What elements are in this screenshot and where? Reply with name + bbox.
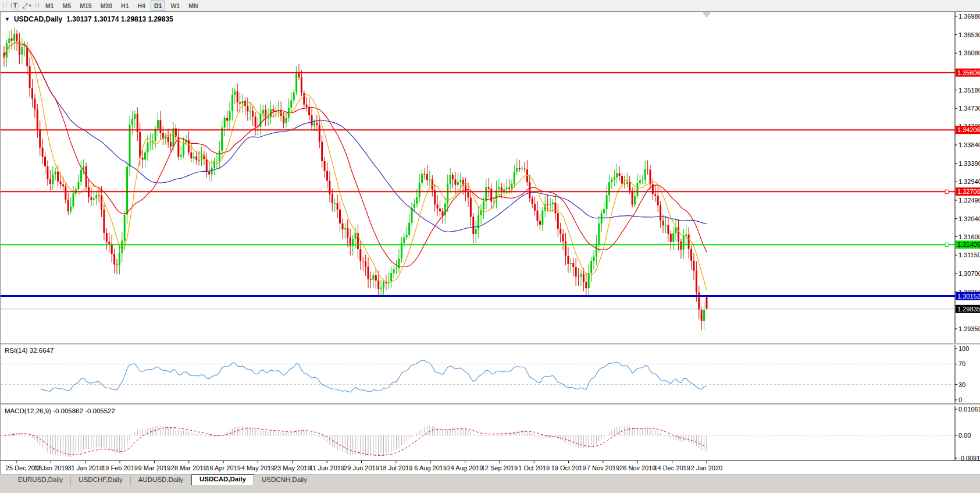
rsi-line bbox=[40, 360, 707, 392]
svg-text:1.31150: 1.31150 bbox=[958, 251, 980, 258]
timeframe-button-h4[interactable]: H4 bbox=[134, 1, 149, 10]
timeframe-button-h1[interactable]: H1 bbox=[117, 1, 132, 10]
svg-text:1.29835: 1.29835 bbox=[957, 306, 980, 313]
svg-text:1.35606: 1.35606 bbox=[957, 69, 980, 76]
timeframe-button-mn[interactable]: MN bbox=[185, 1, 201, 10]
svg-text:1.34730: 1.34730 bbox=[958, 105, 980, 112]
timeframe-button-m1[interactable]: M1 bbox=[42, 1, 58, 10]
moving-averages-layer bbox=[4, 42, 707, 290]
tab-eurusd-daily[interactable]: EURUSD,Daily bbox=[10, 476, 71, 485]
svg-text:12 Jan 2019: 12 Jan 2019 bbox=[33, 464, 69, 471]
svg-text:100: 100 bbox=[958, 345, 969, 352]
rsi-indicator-label: RSI(14) 32.6647 bbox=[5, 347, 54, 354]
svg-text:1.29350: 1.29350 bbox=[958, 325, 980, 332]
svg-text:16 Apr 2019: 16 Apr 2019 bbox=[206, 464, 240, 471]
svg-text:1.31600: 1.31600 bbox=[958, 233, 980, 240]
date-axis-ticks: 25 Dec 201812 Jan 201931 Jan 201919 Feb … bbox=[1, 461, 980, 474]
svg-text:1 Oct 2019: 1 Oct 2019 bbox=[518, 464, 550, 471]
mt4-terminal: { "toolbar": { "text_tool_glyph": "T", "… bbox=[0, 0, 980, 493]
svg-text:1.32700: 1.32700 bbox=[957, 188, 980, 195]
main-price-chart[interactable]: 1.369801.365301.360801.351801.347301.342… bbox=[1, 12, 980, 343]
tab-usdcnh-daily[interactable]: USDCNH,Daily bbox=[254, 476, 315, 485]
svg-text:19 Oct 2019: 19 Oct 2019 bbox=[551, 464, 586, 471]
svg-text:9 Mar 2019: 9 Mar 2019 bbox=[138, 464, 171, 471]
chart-ohlc-readout: 1.30137 1.30174 1.29813 1.29835 bbox=[66, 15, 173, 23]
toolbar-gripper[interactable] bbox=[3, 2, 6, 9]
svg-text:1.31405: 1.31405 bbox=[957, 241, 980, 248]
svg-text:1.33840: 1.33840 bbox=[958, 141, 980, 148]
timeframe-button-m30[interactable]: M30 bbox=[97, 1, 116, 10]
svg-text:14 Dec 2019: 14 Dec 2019 bbox=[654, 464, 690, 471]
svg-text:1.30152: 1.30152 bbox=[957, 293, 980, 300]
collapse-panel-icon[interactable]: ▼ bbox=[5, 16, 10, 22]
text-tool-icon: T bbox=[11, 2, 19, 9]
svg-text:12 Sep 2019: 12 Sep 2019 bbox=[482, 464, 518, 471]
chart-symbol-label: USDCAD,Daily bbox=[14, 15, 62, 23]
svg-text:1.34206: 1.34206 bbox=[957, 126, 980, 133]
line-drag-handle bbox=[945, 190, 949, 193]
svg-text:0.00: 0.00 bbox=[958, 432, 971, 439]
svg-text:1.32940: 1.32940 bbox=[958, 178, 980, 185]
svg-text:11 Jun 2019: 11 Jun 2019 bbox=[309, 464, 344, 471]
toolbar-gripper[interactable] bbox=[35, 2, 39, 9]
svg-text:1.32490: 1.32490 bbox=[958, 197, 980, 204]
top-toolbar: T ⤢ ▾ M1M5M15M30H1H4D1W1MN bbox=[0, 0, 980, 12]
ma-fast bbox=[4, 42, 707, 290]
line-drag-handle bbox=[945, 243, 949, 246]
svg-text:31 Jan 2019: 31 Jan 2019 bbox=[67, 464, 103, 471]
svg-text:1.33390: 1.33390 bbox=[958, 160, 980, 167]
svg-text:28 Mar 2019: 28 Mar 2019 bbox=[171, 464, 207, 471]
svg-text:1.36530: 1.36530 bbox=[958, 31, 980, 38]
tab-audusd-daily[interactable]: AUDUSD,Daily bbox=[131, 476, 191, 485]
timeframe-button-w1[interactable]: W1 bbox=[167, 1, 183, 10]
svg-text:6 Aug 2019: 6 Aug 2019 bbox=[414, 464, 447, 471]
tab-usdchf-daily[interactable]: USDCHF,Daily bbox=[71, 476, 130, 485]
svg-text:29 Jun 2019: 29 Jun 2019 bbox=[344, 464, 379, 471]
macd-indicator-panel[interactable]: 0.0106150.00-0.009181 bbox=[1, 406, 980, 460]
tab-usdcad-daily[interactable]: USDCAD,Daily bbox=[191, 474, 254, 485]
chart-title: ▼ USDCAD,Daily 1.30137 1.30174 1.29813 1… bbox=[5, 15, 173, 23]
chevron-down-icon: ▾ bbox=[29, 3, 31, 8]
price-axis-ticks: 1.369801.365301.360801.351801.347301.342… bbox=[955, 13, 980, 332]
svg-text:24 Aug 2019: 24 Aug 2019 bbox=[447, 464, 483, 471]
svg-text:0: 0 bbox=[958, 396, 962, 403]
svg-text:30: 30 bbox=[958, 381, 965, 388]
svg-text:1.30700: 1.30700 bbox=[958, 270, 980, 277]
svg-text:0.010615: 0.010615 bbox=[958, 406, 980, 413]
horizontal-lines-layer[interactable]: 1.356061.342061.327001.314051.301521.298… bbox=[1, 69, 980, 313]
svg-text:1.35180: 1.35180 bbox=[958, 87, 980, 94]
chart-tabs: EURUSD,DailyUSDCHF,DailyAUDUSD,DailyUSDC… bbox=[10, 474, 315, 485]
ma-slow bbox=[4, 42, 707, 232]
cursor-tools-button[interactable]: ⤢ ▾ bbox=[21, 1, 33, 10]
chart-shift-marker bbox=[703, 13, 710, 17]
chart-tab-bar: EURUSD,DailyUSDCHF,DailyAUDUSD,DailyUSDC… bbox=[0, 474, 980, 485]
macd-indicator-label: MACD(12,26,9) -0.005862 -0.005522 bbox=[5, 407, 115, 414]
rsi-indicator-panel[interactable]: 10070300 bbox=[1, 345, 980, 403]
svg-text:1.36080: 1.36080 bbox=[958, 49, 980, 56]
svg-text:7 Nov 2019: 7 Nov 2019 bbox=[587, 464, 619, 471]
svg-text:18 Jul 2019: 18 Jul 2019 bbox=[379, 464, 412, 471]
svg-text:70: 70 bbox=[958, 360, 965, 367]
chart-window: ▼ USDCAD,Daily 1.30137 1.30174 1.29813 1… bbox=[0, 12, 980, 474]
timeframe-button-d1[interactable]: D1 bbox=[151, 1, 165, 10]
svg-text:23 May 2019: 23 May 2019 bbox=[274, 464, 311, 471]
timeframe-button-group: M1M5M15M30H1H4D1W1MN bbox=[42, 1, 201, 10]
svg-text:1.36980: 1.36980 bbox=[958, 13, 980, 20]
diagonal-arrows-icon: ⤢ bbox=[22, 2, 28, 10]
macd-histogram bbox=[4, 425, 707, 457]
svg-text:4 May 2019: 4 May 2019 bbox=[241, 464, 275, 471]
timeframe-button-m15[interactable]: M15 bbox=[76, 1, 95, 10]
svg-text:-0.009181: -0.009181 bbox=[958, 455, 980, 460]
timeframe-button-m5[interactable]: M5 bbox=[59, 1, 75, 10]
svg-text:26 Nov 2019: 26 Nov 2019 bbox=[619, 464, 655, 471]
svg-text:1.32040: 1.32040 bbox=[958, 215, 980, 222]
svg-text:19 Feb 2019: 19 Feb 2019 bbox=[102, 464, 138, 471]
svg-text:2 Jan 2020: 2 Jan 2020 bbox=[691, 464, 722, 471]
date-axis[interactable]: 25 Dec 201812 Jan 201931 Jan 201919 Feb … bbox=[1, 460, 980, 474]
text-tool-button[interactable]: T bbox=[9, 1, 21, 10]
